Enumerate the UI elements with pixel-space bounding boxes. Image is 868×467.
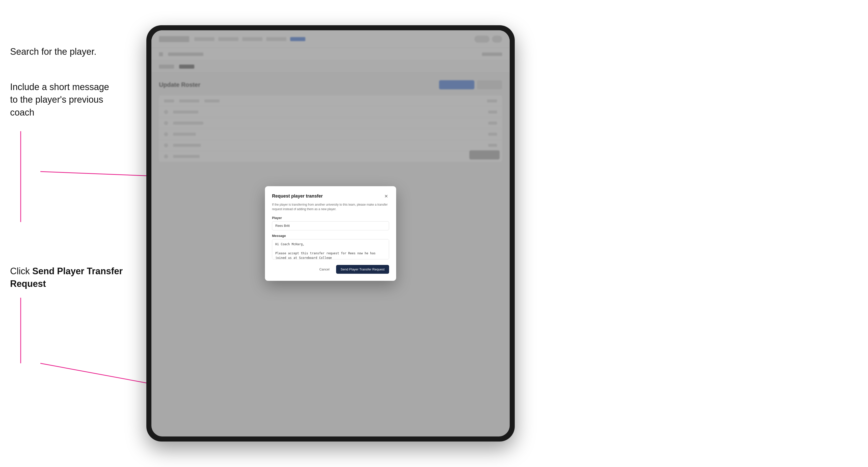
annotation-message-text: Include a short messageto the player's p… bbox=[10, 81, 131, 119]
player-label: Player bbox=[272, 216, 389, 220]
transfer-request-modal: Request player transfer ✕ If the player … bbox=[265, 186, 396, 281]
cancel-button[interactable]: Cancel bbox=[316, 266, 333, 273]
annotation-search-text: Search for the player. bbox=[10, 45, 96, 58]
annotation-line-1 bbox=[20, 131, 21, 222]
modal-close-button[interactable]: ✕ bbox=[383, 193, 389, 199]
modal-footer: Cancel Send Player Transfer Request bbox=[272, 265, 389, 274]
send-transfer-request-button[interactable]: Send Player Transfer Request bbox=[336, 265, 389, 274]
modal-title: Request player transfer bbox=[272, 193, 323, 199]
modal-description: If the player is transferring from anoth… bbox=[272, 203, 389, 211]
annotation-click-text: Click Send Player Transfer Request bbox=[10, 265, 146, 290]
annotation-line-2 bbox=[20, 298, 21, 363]
tablet-device: Update Roster bbox=[146, 25, 515, 441]
modal-overlay: Request player transfer ✕ If the player … bbox=[151, 30, 510, 436]
player-input[interactable] bbox=[272, 221, 389, 230]
modal-header: Request player transfer ✕ bbox=[272, 193, 389, 199]
message-textarea[interactable]: Hi Coach McHarg, Please accept this tran… bbox=[272, 239, 389, 259]
message-label: Message bbox=[272, 234, 389, 238]
